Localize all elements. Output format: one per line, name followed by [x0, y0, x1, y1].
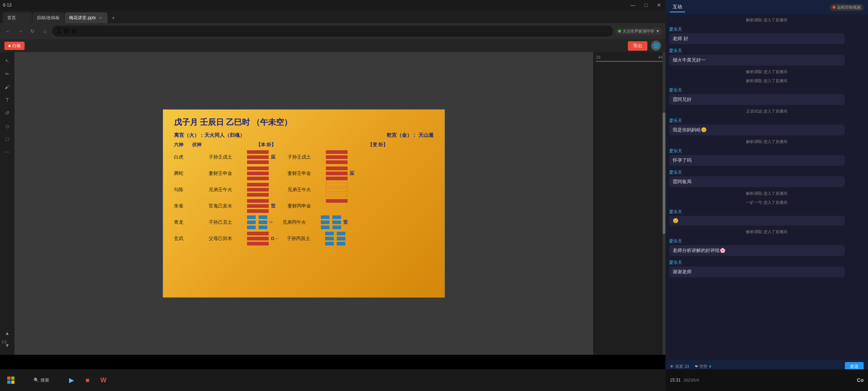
whiteboard-top-bar: ● 白板 🌐 导出 — [0, 39, 665, 52]
row1-marker: 应 — [271, 154, 278, 160]
location-dropdown-icon: ▼ — [656, 29, 660, 33]
live-dot-icon — [833, 6, 835, 9]
taskbar-app-w[interactable]: W — [96, 373, 111, 387]
notify-3: 解析调取:进入了直播间 — [669, 78, 864, 84]
svg-rect-3 — [11, 381, 14, 384]
tool-pen[interactable]: ✏ — [1, 68, 13, 80]
chat-header: 互动 远程控制视频 — [665, 0, 868, 14]
co-label: Co — [857, 377, 864, 383]
globe-button[interactable]: 🌐 — [651, 41, 661, 51]
msg-1: 爱乐天 老师 好 — [669, 26, 864, 44]
row6-yao: 父母己卯木 — [209, 235, 245, 242]
taskbar-app-ppt[interactable]: ▶ — [64, 373, 79, 387]
search-label: 搜索 — [41, 377, 49, 383]
scrollbar-thumb — [663, 113, 665, 234]
tool-cursor[interactable]: ↖ — [1, 55, 13, 67]
row3-bars-left — [247, 183, 269, 197]
tool-text[interactable]: T — [1, 94, 13, 106]
hex-rows: 白虎 子孙壬戌土 应 子孙壬戌土 — [174, 150, 434, 245]
likes-count: 4 — [709, 364, 711, 369]
col-header-sixshen: 六神 — [174, 142, 192, 148]
chat-tab-interactive[interactable]: 互动 — [670, 2, 685, 12]
url-box[interactable]: 工 作 台 — [52, 26, 613, 37]
minimize-button[interactable]: — — [626, 0, 639, 10]
msg-5-user: 爱乐天 — [669, 148, 864, 154]
col-header-biankua: 【变 卦】 — [322, 142, 434, 148]
slide-area: 戊子月 壬辰日 乙巳时 （午未空） 离宫（火）：天火同人（归魂） 乾宫（金）： … — [14, 52, 593, 355]
row4-bars-right — [326, 199, 348, 213]
row1-bars-left — [247, 150, 269, 164]
chat-messages: 解析调取:进入了直播间 爱乐天 老师 好 爱乐天 烟火牛粪兄好一 解析调取:进入… — [665, 14, 868, 360]
viewers-stat: 👁 观看 23 — [670, 364, 689, 369]
nav-refresh-button[interactable]: ↻ — [27, 26, 38, 36]
hex-row-2: 腾蛇 妻财壬申金 妻财壬申金 应 — [174, 167, 434, 180]
tab-bar: 首页 拟稿/改稿板 梅花讲堂.pptx ✕ + — [0, 10, 665, 23]
nav-back-button[interactable]: ← — [3, 26, 13, 36]
hex-row-1: 白虎 子孙壬戌土 应 子孙壬戌土 — [174, 150, 434, 164]
tool-eraser[interactable]: ◇ — [1, 120, 13, 132]
msg-6-text: 霞阿板局 — [669, 176, 845, 187]
tool-undo[interactable]: ↺ — [1, 107, 13, 119]
row4-yao-r: 妻财丙申金 — [288, 203, 324, 209]
row4-bars-left — [247, 199, 269, 213]
maximize-button[interactable]: □ — [639, 0, 652, 10]
notify-5: 解析调取:进入了直播间 — [669, 139, 864, 144]
row3-bars-right — [326, 183, 348, 197]
row1-yao: 子孙壬戌土 — [209, 154, 245, 160]
tab-pptx-label: 梅花讲堂.pptx — [69, 15, 96, 21]
msg-7: 爱乐天 😊 — [669, 209, 864, 226]
tool-shapes[interactable]: □ — [1, 133, 13, 145]
progress-bar — [596, 61, 663, 62]
tab-home[interactable]: 首页 — [3, 12, 32, 23]
msg-4-text: 我是你妈妈哈😊 — [669, 125, 845, 135]
slide-nav-up[interactable]: ▲ — [1, 327, 13, 339]
row4-marker: 世 — [271, 203, 278, 209]
row1-yao-r: 子孙壬戌土 — [288, 154, 324, 160]
taskbar-app-video[interactable]: ■ — [80, 373, 95, 387]
tab-draft[interactable]: 拟稿/改稿板 — [33, 12, 64, 23]
row6-yao-r: 子孙丙辰土 — [287, 235, 323, 242]
row6-marker: O→ — [271, 236, 281, 241]
slide-nav-down[interactable]: ▼ — [1, 340, 13, 351]
row5-yao-r: 兄弟丙午火 — [282, 219, 319, 226]
taskbar-search[interactable]: 🔍 搜索 — [20, 373, 63, 387]
row5-bars-right — [321, 215, 341, 229]
svg-rect-0 — [7, 377, 10, 380]
export-button[interactable]: 导出 — [628, 41, 647, 51]
msg-9: 爱乐天 谢谢老师 — [669, 260, 864, 277]
col-header-benkua: 【本 卦】 — [210, 142, 322, 148]
tool-brush[interactable]: 🖌 — [1, 81, 13, 93]
notify-2: 解析调取:进入了直播间 — [669, 69, 864, 75]
tab-pptx[interactable]: 梅花讲堂.pptx ✕ — [65, 12, 107, 23]
nav-home-button[interactable]: ⌂ — [40, 26, 50, 36]
row4-yao: 官鬼己亥水 — [209, 203, 245, 209]
viewers-icon: 👁 — [670, 364, 674, 369]
start-button[interactable] — [3, 372, 19, 388]
row5-cursor: ✏ — [269, 220, 277, 225]
whiteboard-tag: ● 白板 — [4, 42, 25, 50]
tab-add-button[interactable]: + — [108, 13, 118, 23]
msg-1-text: 老师 好 — [669, 33, 845, 44]
right-panel: 23 44 — [593, 52, 665, 355]
nav-forward-button[interactable]: → — [15, 26, 25, 36]
url-text: 工 作 台 — [56, 28, 77, 35]
right-scrollbar[interactable] — [663, 52, 665, 355]
row5-yao: 子孙己丑土 — [209, 219, 245, 226]
title-bar: 8-13 — □ ✕ — [0, 0, 665, 10]
row1-bars-right — [326, 150, 348, 164]
tool-more[interactable]: ⋯ — [1, 146, 13, 158]
live-label: 远程控制视频 — [837, 5, 861, 10]
content-area: ↖ ✏ 🖌 T ↺ ◇ □ ⋯ 1/1 ▲ ▼ 戊子月 壬辰日 乙巳时 （午未空… — [0, 52, 665, 355]
row4-sixshen: 朱雀 — [174, 203, 190, 209]
row5-marker-r: 世 — [343, 219, 350, 226]
likes-stat: ❤ 赞赞 4 — [695, 364, 711, 369]
notify-6: 解析调取:进入了直播间 — [669, 191, 864, 196]
msg-2-text: 烟火牛粪兄好一 — [669, 55, 845, 66]
msg-4-user: 爱乐天 — [669, 118, 864, 124]
live-badge: 远程控制视频 — [830, 4, 864, 11]
window-title: 8-13 — [3, 3, 12, 8]
close-button[interactable]: ✕ — [652, 0, 665, 10]
row3-sixshen: 勾陈 — [174, 186, 190, 193]
location-text: 大冶市尹家湖中学 — [622, 29, 654, 34]
tab-close-icon[interactable]: ✕ — [98, 15, 103, 20]
